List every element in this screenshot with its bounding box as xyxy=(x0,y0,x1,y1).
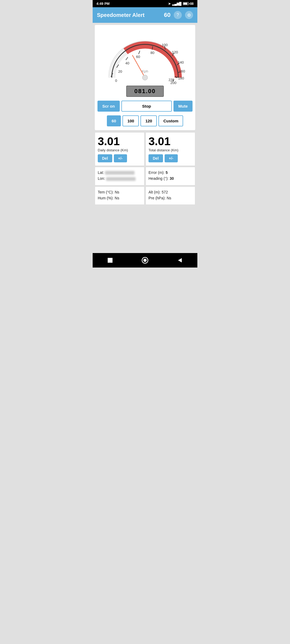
settings-icon: ⚙ xyxy=(187,13,191,18)
location-icon: ➤ xyxy=(168,2,171,6)
back-icon xyxy=(177,257,183,263)
mute-button[interactable]: Mute xyxy=(173,101,193,112)
temp-humidity-cell: Tem (°C): Ns Hum (%): Ns xyxy=(95,186,144,205)
pressure-label: Pre (hPa): Ns xyxy=(148,196,192,200)
daily-distance-buttons: Del +/- xyxy=(98,154,142,162)
nav-square-button[interactable] xyxy=(107,257,114,264)
daily-distance-cell: 3.01 Daily distance (Km) Del +/- xyxy=(95,132,144,166)
alt-pressure-cell: Alt (m): 572 Pre (hPa): Ns xyxy=(146,186,195,205)
svg-point-26 xyxy=(142,75,147,80)
app-header: Speedometer Alert 60 ? ⚙ xyxy=(93,7,197,23)
total-distance-cell: 3.01 Total distance (Km) Del +/- xyxy=(146,132,195,166)
svg-point-29 xyxy=(143,259,147,262)
svg-text:40: 40 xyxy=(125,61,129,65)
svg-marker-30 xyxy=(178,258,182,262)
location-cell: Lat: Lon: xyxy=(95,167,144,185)
status-time: 4:49 PM xyxy=(96,2,110,6)
lat-value-blurred xyxy=(105,171,135,175)
humidity-value: Ns xyxy=(115,196,119,200)
control-buttons-row1: Scr on Stop Mute xyxy=(97,101,193,112)
daily-distance-label: Daily distance (Km) xyxy=(98,148,142,152)
nav-back-button[interactable] xyxy=(176,257,183,264)
square-icon xyxy=(107,257,113,263)
speedometer-container: 0 20 40 60 80 100 120 xyxy=(97,28,193,97)
gauge-svg: 0 20 40 60 80 100 120 xyxy=(103,30,187,84)
heading-label: Heading (°): 30 xyxy=(148,176,192,181)
total-del-button[interactable]: Del xyxy=(148,154,163,162)
svg-text:80: 80 xyxy=(150,51,154,55)
battery-percent: 88 xyxy=(190,2,194,6)
svg-rect-27 xyxy=(108,258,113,263)
error-heading-cell: Error (m): 5 Heading (°): 30 xyxy=(146,167,195,185)
speed-display: 081.00 xyxy=(126,86,164,97)
gauge-wrapper: 0 20 40 60 80 100 120 xyxy=(103,30,187,84)
scr-on-button[interactable]: Scr on xyxy=(97,101,120,112)
signal-icon: ▂▄▆█ xyxy=(172,2,182,6)
svg-text:0: 0 xyxy=(115,79,117,83)
circle-icon xyxy=(142,257,148,264)
pressure-value: Ns xyxy=(167,196,171,200)
lon-value-blurred xyxy=(106,177,136,181)
total-distance-label: Total distance (Km) xyxy=(148,148,192,152)
total-distance-value: 3.01 xyxy=(148,136,192,147)
daily-del-button[interactable]: Del xyxy=(98,154,112,162)
header-right: 60 ? ⚙ xyxy=(164,11,193,19)
svg-text:60: 60 xyxy=(136,55,140,59)
alt-value: 572 xyxy=(162,190,168,194)
error-value: 5 xyxy=(166,170,168,175)
svg-text:160: 160 xyxy=(179,69,185,73)
svg-text:20: 20 xyxy=(118,69,122,74)
speed-limit-display: 60 xyxy=(164,12,171,19)
svg-text:140: 140 xyxy=(178,60,184,64)
bottom-nav xyxy=(93,253,197,268)
limit-100-button[interactable]: 100 xyxy=(122,115,139,126)
limit-60-button[interactable]: 60 xyxy=(107,115,121,126)
daily-distance-value: 3.01 xyxy=(98,136,142,147)
svg-line-6 xyxy=(139,51,140,54)
error-label: Error (m): 5 xyxy=(148,170,192,175)
temp-label: Tem (°C): Ns xyxy=(98,190,142,194)
alt-label: Alt (m): 572 xyxy=(148,190,192,194)
svg-text:220: 220 xyxy=(169,78,174,82)
help-button[interactable]: ? xyxy=(174,11,182,19)
daily-plus-minus-button[interactable]: +/- xyxy=(114,154,127,162)
custom-button[interactable]: Custom xyxy=(158,115,183,126)
battery-icon xyxy=(183,2,189,5)
status-bar: 4:49 PM ➤ ▂▄▆█ 88 xyxy=(93,0,197,7)
svg-text:180: 180 xyxy=(178,76,184,80)
app-title: Speedometer Alert xyxy=(97,12,144,18)
gray-area xyxy=(93,205,197,248)
limit-120-button[interactable]: 120 xyxy=(140,115,157,126)
svg-text:100: 100 xyxy=(162,43,168,47)
svg-line-4 xyxy=(126,57,128,60)
speed-limit-buttons-row2: 60 100 120 Custom xyxy=(97,115,193,126)
svg-text:Kph: Kph xyxy=(142,69,148,73)
stop-button[interactable]: Stop xyxy=(121,101,172,112)
heading-value: 30 xyxy=(170,176,174,181)
data-grid: 3.01 Daily distance (Km) Del +/- 3.01 To… xyxy=(95,132,195,205)
total-distance-buttons: Del +/- xyxy=(148,154,192,162)
humidity-label: Hum (%): Ns xyxy=(98,196,142,200)
help-icon: ? xyxy=(177,13,179,17)
total-plus-minus-button[interactable]: +/- xyxy=(165,154,178,162)
status-icons: ➤ ▂▄▆█ 88 xyxy=(168,2,194,6)
temp-value: Ns xyxy=(115,190,119,194)
lon-label: Lon: xyxy=(98,176,142,181)
nav-home-button[interactable] xyxy=(142,257,148,264)
main-card: 0 20 40 60 80 100 120 xyxy=(95,25,195,130)
lat-label: Lat: xyxy=(98,170,142,175)
settings-button[interactable]: ⚙ xyxy=(185,11,193,19)
svg-text:120: 120 xyxy=(172,50,178,54)
